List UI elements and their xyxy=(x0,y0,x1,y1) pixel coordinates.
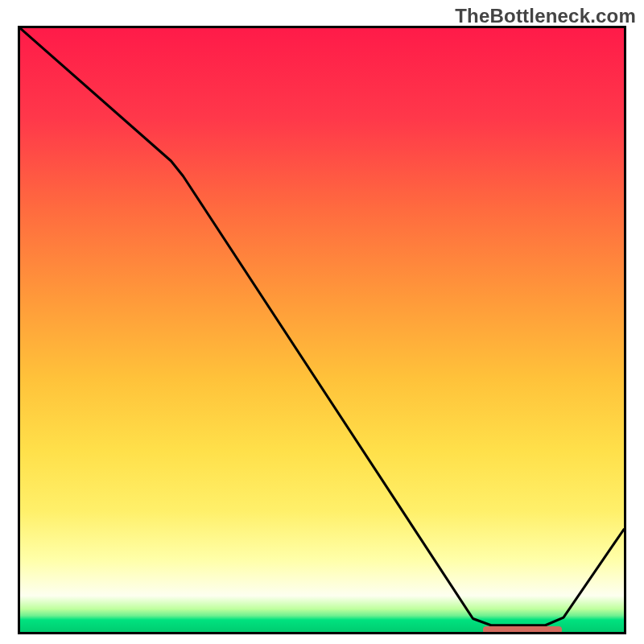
curve-path xyxy=(20,28,624,625)
watermark-text: TheBottleneck.com xyxy=(455,5,636,27)
chart-stage: TheBottleneck.com xyxy=(0,0,644,644)
bottleneck-curve xyxy=(20,28,624,632)
plot-frame xyxy=(18,26,626,634)
optimal-range-marker xyxy=(483,626,562,634)
